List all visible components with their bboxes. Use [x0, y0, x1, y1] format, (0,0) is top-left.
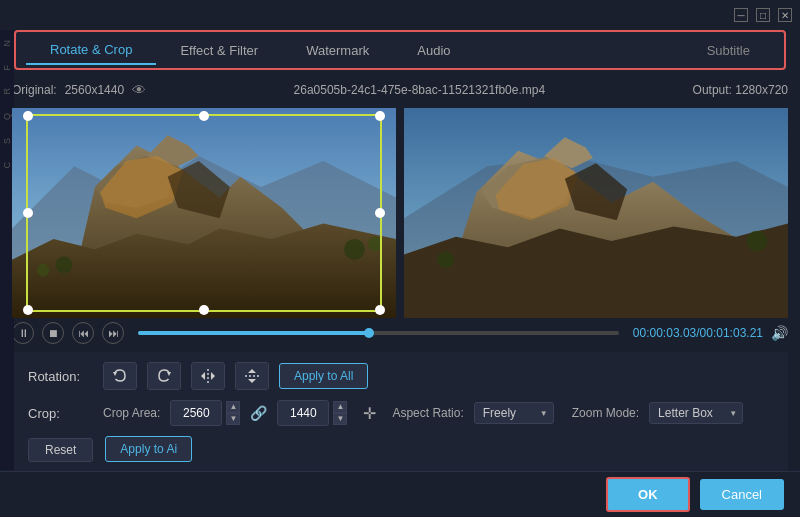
tab-subtitle[interactable]: Subtitle — [683, 37, 774, 64]
tab-watermark[interactable]: Watermark — [282, 37, 393, 64]
svg-marker-25 — [201, 372, 205, 380]
height-down-btn[interactable]: ▼ — [333, 413, 347, 425]
sidebar-letter-c: C — [2, 162, 12, 169]
rotation-row: Rotation: — [28, 362, 772, 390]
sidebar-letter-q: Q — [2, 113, 12, 120]
svg-marker-22 — [113, 372, 117, 376]
link-icon[interactable]: 🔗 — [250, 405, 267, 421]
sidebar-letter-r: R — [2, 88, 12, 95]
prev-button[interactable]: ⏮ — [72, 322, 94, 344]
time-display: 00:00:03.03/00:01:03.21 — [633, 326, 763, 340]
apply-ai-button[interactable]: Apply to Ai — [105, 436, 192, 462]
aspect-ratio-select[interactable]: Freely 16:9 4:3 1:1 — [474, 402, 554, 424]
stop-button[interactable]: ⏹ — [42, 322, 64, 344]
controls-section: Rotation: — [12, 352, 788, 472]
tab-audio[interactable]: Audio — [393, 37, 474, 64]
zoom-select-wrapper: Letter Box Full Screen Pan & Scan — [649, 402, 743, 424]
rotation-label: Rotation: — [28, 369, 93, 384]
width-down-btn[interactable]: ▼ — [226, 413, 240, 425]
next-button[interactable]: ⏭ — [102, 322, 124, 344]
preview-area — [0, 108, 800, 318]
aspect-ratio-label: Aspect Ratio: — [392, 406, 463, 420]
width-up-btn[interactable]: ▲ — [226, 401, 240, 413]
width-input-group: ▲ ▼ — [170, 400, 240, 426]
svg-point-11 — [368, 237, 383, 252]
aspect-select-wrapper: Freely 16:9 4:3 1:1 — [474, 402, 554, 424]
close-button[interactable]: ✕ — [778, 8, 792, 22]
output-res: 1280x720 — [735, 83, 788, 97]
title-bar: ─ □ ✕ — [0, 0, 800, 30]
ok-button[interactable]: OK — [606, 477, 690, 512]
crop-label: Crop: — [28, 406, 93, 421]
progress-track[interactable] — [138, 331, 619, 335]
output-label: Output: — [693, 83, 732, 97]
playback-bar: ⏸ ⏹ ⏮ ⏭ 00:00:03.03/00:01:03.21 🔊 — [0, 318, 800, 348]
reset-button[interactable]: Reset — [28, 438, 93, 462]
cancel-button[interactable]: Cancel — [700, 479, 784, 510]
svg-marker-26 — [211, 372, 215, 380]
left-preview — [12, 108, 396, 318]
flip-vertical-button[interactable] — [235, 362, 269, 390]
original-res: 2560x1440 — [65, 83, 124, 97]
sidebar-letter-f: F — [2, 65, 12, 71]
crop-area-label: Crop Area: — [103, 406, 160, 420]
svg-point-10 — [344, 239, 365, 260]
svg-point-21 — [746, 231, 767, 252]
svg-point-8 — [56, 257, 73, 274]
zoom-mode-select[interactable]: Letter Box Full Screen Pan & Scan — [649, 402, 743, 424]
filename: 26a0505b-24c1-475e-8bac-11521321fb0e.mp4 — [294, 83, 546, 97]
info-bar: Original: 2560x1440 👁 26a0505b-24c1-475e… — [0, 74, 800, 106]
tab-effect-filter[interactable]: Effect & Filter — [156, 37, 282, 64]
zoom-mode-label: Zoom Mode: — [572, 406, 639, 420]
svg-marker-23 — [167, 372, 171, 376]
svg-point-9 — [37, 264, 49, 276]
height-up-btn[interactable]: ▲ — [333, 401, 347, 413]
height-input-group: ▲ ▼ — [277, 400, 347, 426]
visibility-icon[interactable]: 👁 — [132, 82, 146, 98]
svg-marker-28 — [248, 369, 256, 373]
pause-button[interactable]: ⏸ — [12, 322, 34, 344]
progress-thumb[interactable] — [364, 328, 374, 338]
maximize-button[interactable]: □ — [756, 8, 770, 22]
right-preview — [404, 108, 788, 318]
svg-point-20 — [437, 251, 454, 268]
rotate-right-button[interactable] — [147, 362, 181, 390]
crop-width-input[interactable] — [170, 400, 222, 426]
original-label: Original: — [12, 83, 57, 97]
move-icon[interactable]: ✛ — [363, 404, 376, 423]
flip-horizontal-button[interactable] — [191, 362, 225, 390]
footer: OK Cancel — [0, 471, 800, 517]
width-spinner[interactable]: ▲ ▼ — [226, 401, 240, 425]
volume-icon[interactable]: 🔊 — [771, 325, 788, 341]
sidebar-letter-n: N — [2, 40, 12, 47]
height-spinner[interactable]: ▲ ▼ — [333, 401, 347, 425]
svg-marker-29 — [248, 379, 256, 383]
tab-rotate-crop[interactable]: Rotate & Crop — [26, 36, 156, 65]
crop-row: Crop: Crop Area: ▲ ▼ 🔗 ▲ ▼ ✛ Aspect Rati… — [28, 400, 772, 426]
rotate-left-button[interactable] — [103, 362, 137, 390]
apply-all-button[interactable]: Apply to All — [279, 363, 368, 389]
crop-height-input[interactable] — [277, 400, 329, 426]
minimize-button[interactable]: ─ — [734, 8, 748, 22]
progress-fill — [138, 331, 369, 335]
sidebar-letter-s: S — [2, 138, 12, 144]
